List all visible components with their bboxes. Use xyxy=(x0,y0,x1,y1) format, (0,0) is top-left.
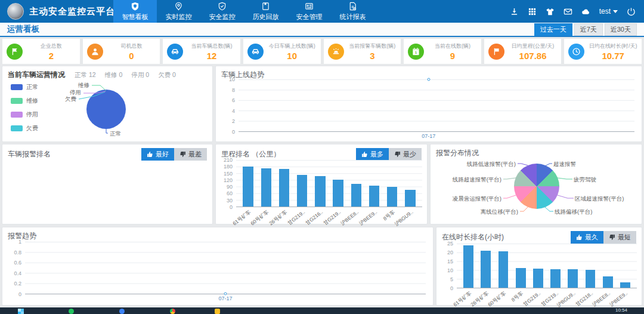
longest-button[interactable]: 最久 xyxy=(571,231,603,244)
power-icon[interactable] xyxy=(627,7,636,16)
worst-button[interactable]: 最差 xyxy=(174,148,207,161)
mail-icon[interactable] xyxy=(564,7,572,16)
bar-甘G219..[interactable] xyxy=(530,244,547,288)
shield-icon xyxy=(131,2,140,11)
id-card-icon xyxy=(305,2,314,11)
bar-沪BEE8..[interactable] xyxy=(347,160,365,207)
most-button[interactable]: 最多 xyxy=(356,148,389,161)
bar-8号车[interactable] xyxy=(383,160,401,207)
nav-item-safety-management[interactable]: 安全管理 xyxy=(287,0,331,23)
download-icon[interactable] xyxy=(510,7,519,16)
callout-offline-displacement: 离线位移(平台) xyxy=(481,208,518,216)
taskbar-app-icon[interactable] xyxy=(119,309,125,314)
report-icon xyxy=(348,2,357,11)
nav-item-smart-board[interactable]: 智慧看板 xyxy=(113,0,157,23)
kpi-value: 3 xyxy=(348,51,397,61)
kpi-label: 当前车辆总数(辆) xyxy=(187,42,236,50)
x-tick-label: 07-17 xyxy=(218,295,232,301)
legend-item-disabled[interactable]: 停用 xyxy=(11,110,38,119)
plot-area: 07-17 xyxy=(25,242,426,294)
legend-swatch xyxy=(11,125,23,131)
taskbar-clock[interactable]: 10:54 xyxy=(615,307,627,313)
y-axis: 2520151050 xyxy=(439,244,457,288)
start-button-icon[interactable] xyxy=(18,309,24,314)
bar-甘G219..[interactable] xyxy=(293,160,311,207)
bar-沪BEE9..[interactable] xyxy=(365,160,383,207)
folder-icon[interactable] xyxy=(215,309,220,314)
best-button[interactable]: 最好 xyxy=(141,148,174,161)
alarm-distribution-pie[interactable] xyxy=(514,164,559,209)
callout-route-lowspeed: 线路低速报警(平台) xyxy=(467,161,516,168)
kpi-value: 0 xyxy=(107,51,156,61)
data-point[interactable] xyxy=(427,78,430,81)
nav-item-safety-monitor[interactable]: 安全监控 xyxy=(200,0,244,23)
chevron-down-icon xyxy=(613,10,618,13)
thumbs-down-icon xyxy=(394,151,401,158)
navbar-utilities: test xyxy=(510,0,644,23)
bar-61号矿车[interactable] xyxy=(239,160,257,207)
nav-label: 安全管理 xyxy=(296,13,323,21)
panel-alarm-distribution: 报警分布情况 超速报警 疲劳驾驶 区域超速报警(平台) 线路偏移(平台) 离线位… xyxy=(430,144,642,224)
bar-沪BGU9..[interactable] xyxy=(401,160,419,207)
kpi-average-daily-mileage: 日均里程(公里/天) 107.86 xyxy=(484,38,562,64)
taskbar-app-icon[interactable] xyxy=(69,309,74,314)
panel-alarm-trend: 报警趋势 10.80.60.40.20 07-17 xyxy=(2,227,434,306)
bar-甘G216..[interactable] xyxy=(311,160,329,207)
bar-26号矿车[interactable] xyxy=(275,160,293,207)
bar-甘G219..[interactable] xyxy=(329,160,347,207)
app-title: 主动安全监控云平台 xyxy=(29,6,115,17)
nav-label: 统计报表 xyxy=(340,13,366,21)
bar-甘G219..[interactable] xyxy=(547,244,564,288)
kpi-label: 日均在线时长(时/天) xyxy=(589,42,637,50)
filter-past-day[interactable]: 过去一天 xyxy=(534,23,572,36)
thumbs-up-icon xyxy=(576,234,583,241)
bar-甘G218..[interactable] xyxy=(581,244,599,288)
shield-check-icon xyxy=(218,2,227,11)
apps-grid-icon[interactable] xyxy=(528,7,537,16)
filter-last-30-days[interactable]: 近30天 xyxy=(605,23,637,36)
bar-60号矿车[interactable] xyxy=(494,244,512,288)
bar-60号矿车[interactable] xyxy=(257,160,275,207)
bar-8号车[interactable] xyxy=(512,244,530,288)
kpi-value: 2 xyxy=(27,51,76,61)
kpi-alarm-vehicles: 当前报警车辆数(辆) 3 xyxy=(323,38,402,64)
online-duration-chart: 2520151050 61号矿车26号矿车60号矿车8号车甘G219..甘G21… xyxy=(439,244,637,304)
page-title: 运营看板 xyxy=(7,24,39,35)
vehicle-operation-pie[interactable] xyxy=(86,90,126,129)
plot-area xyxy=(457,244,637,288)
x-axis: 61号矿车26号矿车60号矿车8号车甘G219..甘G219..沪BGU9..甘… xyxy=(457,288,637,304)
panel-title: 报警分布情况 xyxy=(436,148,479,158)
bar-61号矿车[interactable] xyxy=(460,244,477,288)
cloud-icon[interactable] xyxy=(581,7,590,16)
bar-26号矿车[interactable] xyxy=(477,244,494,288)
shortest-button[interactable]: 最短 xyxy=(603,231,636,244)
chrome-icon[interactable] xyxy=(170,309,175,314)
bar-沪BEE9..[interactable] xyxy=(617,244,634,288)
user-menu[interactable]: test xyxy=(599,7,618,16)
thumbs-down-icon xyxy=(179,151,186,158)
bars xyxy=(236,160,422,207)
panel-vehicle-operation-status: 当前车辆运营情况 正常 12 维修 0 停用 0 欠费 0 正常 维修 停用 欠… xyxy=(2,66,213,142)
data-point[interactable] xyxy=(224,293,227,295)
bar-沪BGU9..[interactable] xyxy=(564,244,581,288)
panel-vehicle-online-trend: 车辆上线趋势 1086420 07-17 xyxy=(215,66,642,142)
nav-item-statistics-report[interactable]: 统计报表 xyxy=(331,0,374,23)
kpi-label: 今日车辆上线数(辆) xyxy=(268,42,317,50)
callout-route-deviation: 线路偏移(平台) xyxy=(555,208,592,216)
filter-last-7-days[interactable]: 近7天 xyxy=(574,23,603,36)
bar-沪BEE8..[interactable] xyxy=(599,244,617,288)
kpi-value: 9 xyxy=(428,51,477,61)
legend-item-arrears[interactable]: 欠费 xyxy=(11,124,38,133)
nav-label: 历史回放 xyxy=(253,13,279,21)
least-button[interactable]: 最少 xyxy=(389,148,422,161)
kpi-label: 当前在线数(辆) xyxy=(428,42,477,50)
callout-early-morning-operation: 凌晨营运报警(平台) xyxy=(453,195,501,203)
nav-item-realtime-monitor[interactable]: 实时监控 xyxy=(157,0,200,23)
shirt-icon[interactable] xyxy=(546,7,555,16)
pie-legend: 正常 维修 停用 欠费 xyxy=(11,83,38,133)
legend-item-repair[interactable]: 维修 xyxy=(11,97,38,105)
kpi-value: 12 xyxy=(187,51,236,61)
nav-item-history-playback[interactable]: 历史回放 xyxy=(244,0,287,23)
history-playback-icon xyxy=(261,2,270,11)
legend-item-normal[interactable]: 正常 xyxy=(11,83,38,91)
